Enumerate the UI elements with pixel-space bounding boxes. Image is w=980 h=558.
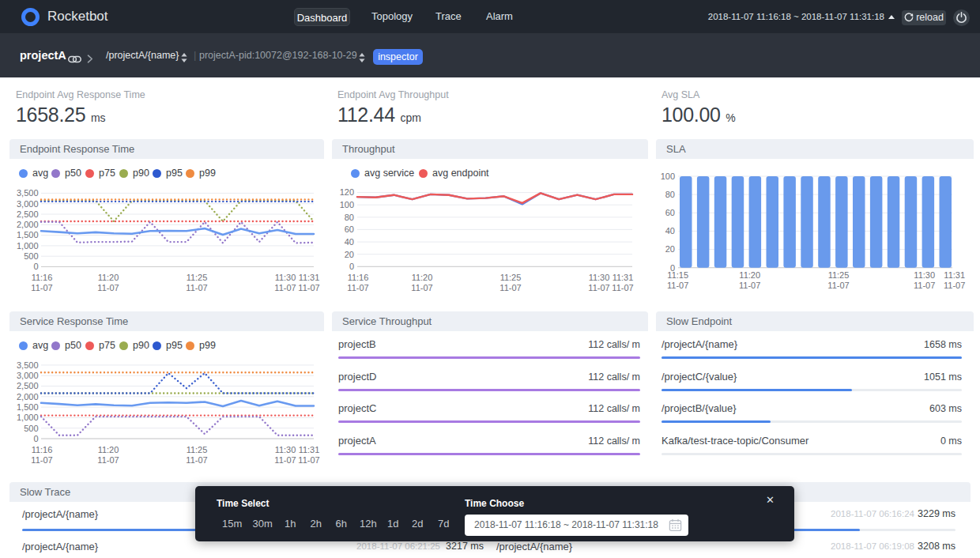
svg-text:100: 100 bbox=[661, 172, 675, 181]
svg-text:11:25: 11:25 bbox=[187, 273, 208, 282]
svg-text:11-07: 11-07 bbox=[827, 281, 849, 290]
svg-text:11-07: 11-07 bbox=[186, 283, 207, 292]
svg-text:1,000: 1,000 bbox=[17, 413, 39, 422]
svg-text:11:30: 11:30 bbox=[275, 273, 296, 282]
svg-text:0: 0 bbox=[349, 262, 354, 271]
svg-text:11:30: 11:30 bbox=[589, 273, 610, 282]
svg-text:0: 0 bbox=[33, 434, 38, 443]
svg-text:1,500: 1,500 bbox=[17, 402, 39, 412]
svg-text:11-07: 11-07 bbox=[914, 281, 935, 290]
svg-text:11:20: 11:20 bbox=[98, 273, 119, 282]
svg-text:11-07: 11-07 bbox=[499, 283, 521, 292]
svg-text:80: 80 bbox=[665, 190, 675, 199]
svg-text:11:16: 11:16 bbox=[348, 273, 369, 282]
svg-text:2,500: 2,500 bbox=[17, 381, 39, 390]
svg-text:60: 60 bbox=[345, 224, 354, 234]
svg-text:11:31: 11:31 bbox=[299, 273, 320, 282]
svg-text:500: 500 bbox=[24, 424, 38, 433]
svg-text:2,000: 2,000 bbox=[17, 392, 39, 402]
svg-text:120: 120 bbox=[340, 187, 354, 197]
svg-text:11-07: 11-07 bbox=[411, 283, 432, 292]
svg-text:11:25: 11:25 bbox=[187, 445, 208, 454]
svg-text:11-07: 11-07 bbox=[739, 281, 760, 290]
svg-text:11:20: 11:20 bbox=[412, 273, 433, 282]
svg-text:0: 0 bbox=[33, 262, 38, 271]
svg-text:11-07: 11-07 bbox=[667, 281, 688, 290]
svg-text:40: 40 bbox=[665, 226, 675, 236]
svg-text:500: 500 bbox=[24, 251, 38, 261]
svg-text:11-07: 11-07 bbox=[347, 283, 368, 292]
svg-text:11-07: 11-07 bbox=[298, 455, 319, 465]
svg-text:11-07: 11-07 bbox=[588, 283, 609, 292]
svg-text:100: 100 bbox=[340, 200, 354, 209]
svg-text:11-07: 11-07 bbox=[186, 455, 207, 465]
svg-text:11-07: 11-07 bbox=[274, 455, 296, 465]
svg-text:11-07: 11-07 bbox=[31, 283, 52, 292]
svg-text:3,500: 3,500 bbox=[17, 188, 39, 198]
svg-text:11:25: 11:25 bbox=[500, 273, 522, 282]
svg-text:11-07: 11-07 bbox=[97, 455, 119, 465]
svg-text:11:16: 11:16 bbox=[32, 445, 53, 454]
svg-text:3,500: 3,500 bbox=[17, 360, 39, 370]
svg-text:11:20: 11:20 bbox=[739, 270, 760, 280]
svg-text:1,000: 1,000 bbox=[17, 241, 39, 251]
svg-text:60: 60 bbox=[665, 208, 675, 217]
svg-text:3,000: 3,000 bbox=[17, 199, 39, 209]
svg-text:3,000: 3,000 bbox=[17, 371, 39, 380]
svg-text:11:16: 11:16 bbox=[32, 273, 53, 282]
svg-text:11:15: 11:15 bbox=[667, 270, 688, 280]
svg-text:40: 40 bbox=[345, 237, 354, 247]
svg-text:11:31: 11:31 bbox=[944, 270, 965, 280]
svg-text:11-07: 11-07 bbox=[97, 283, 119, 292]
svg-text:2,500: 2,500 bbox=[17, 209, 39, 219]
svg-text:20: 20 bbox=[665, 244, 675, 254]
svg-text:11-07: 11-07 bbox=[944, 281, 965, 290]
svg-text:80: 80 bbox=[345, 213, 354, 222]
svg-text:11-07: 11-07 bbox=[31, 455, 52, 465]
svg-text:1,500: 1,500 bbox=[17, 230, 39, 239]
svg-text:11:30: 11:30 bbox=[275, 445, 296, 454]
svg-text:11:20: 11:20 bbox=[98, 445, 119, 454]
svg-text:11:31: 11:31 bbox=[299, 445, 320, 454]
svg-text:11:30: 11:30 bbox=[914, 270, 935, 280]
svg-text:11-07: 11-07 bbox=[298, 283, 319, 292]
svg-text:20: 20 bbox=[345, 250, 354, 259]
svg-text:11:25: 11:25 bbox=[828, 270, 850, 280]
svg-text:2,000: 2,000 bbox=[17, 220, 39, 229]
svg-text:11-07: 11-07 bbox=[274, 283, 296, 292]
svg-text:11:31: 11:31 bbox=[612, 273, 634, 282]
svg-text:11-07: 11-07 bbox=[612, 283, 633, 292]
